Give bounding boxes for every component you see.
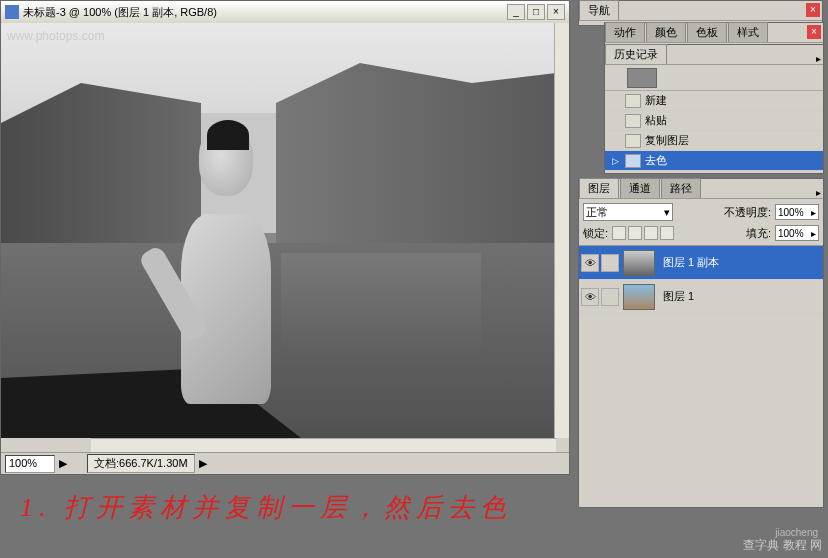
status-doc-label[interactable]: ▶	[59, 457, 67, 470]
navigator-tabs: 导航 ×	[579, 1, 822, 21]
chevron-right-icon: ▸	[811, 228, 816, 239]
tab-color[interactable]: 颜色	[646, 22, 686, 42]
document-title: 未标题-3 @ 100% (图层 1 副本, RGB/8)	[23, 5, 507, 20]
layer-row[interactable]: 👁 图层 1 副本	[579, 246, 823, 280]
chevron-right-icon: ▸	[811, 207, 816, 218]
source-watermark: 查字典 教程 网	[743, 537, 822, 554]
history-list: 新建 粘贴 复制图层 ▷ 去色	[605, 91, 823, 171]
layer-name[interactable]: 图层 1 副本	[663, 255, 719, 270]
navigator-close-button[interactable]: ×	[806, 3, 820, 17]
history-snapshot-thumb	[627, 68, 657, 88]
zoom-input[interactable]: 100%	[5, 455, 55, 473]
app-icon	[5, 5, 19, 19]
minimize-button[interactable]: _	[507, 4, 525, 20]
blend-mode-select[interactable]: 正常 ▾	[583, 203, 673, 221]
document-window: 未标题-3 @ 100% (图层 1 副本, RGB/8) _ □ × www.…	[0, 0, 570, 475]
tab-swatches[interactable]: 色板	[687, 22, 727, 42]
tab-layers[interactable]: 图层	[579, 178, 619, 198]
visibility-toggle[interactable]: 👁	[581, 288, 599, 306]
link-toggle[interactable]	[601, 254, 619, 272]
history-tab[interactable]: 历史记录	[605, 44, 667, 64]
layer-thumbnail[interactable]	[623, 284, 655, 310]
blend-mode-value: 正常	[586, 205, 608, 220]
maximize-button[interactable]: □	[527, 4, 545, 20]
history-item-label: 粘贴	[645, 113, 667, 128]
panel-menu-icon[interactable]: ▸	[816, 187, 821, 198]
tab-actions[interactable]: 动作	[605, 22, 645, 42]
lock-position-icon[interactable]	[644, 226, 658, 240]
layer-name[interactable]: 图层 1	[663, 289, 694, 304]
opacity-input[interactable]: 100% ▸	[775, 204, 819, 220]
history-item-duplicate-layer[interactable]: 复制图层	[605, 131, 823, 151]
status-arrow-icon[interactable]: ▶	[199, 457, 207, 470]
lock-pixels-icon[interactable]	[628, 226, 642, 240]
history-item-label: 新建	[645, 93, 667, 108]
layer-thumbnail[interactable]	[623, 250, 655, 276]
lock-all-icon[interactable]	[660, 226, 674, 240]
history-step-icon	[625, 114, 641, 128]
chevron-down-icon: ▾	[664, 206, 670, 219]
photo-person	[156, 128, 296, 438]
horizontal-scrollbar[interactable]	[91, 438, 556, 453]
swatches-tabs: 动作 颜色 色板 样式 ×	[605, 23, 823, 43]
history-step-icon	[625, 154, 641, 168]
visibility-toggle[interactable]: 👁	[581, 254, 599, 272]
tutorial-annotation: 1. 打开素材并复制一层，然后去色	[20, 490, 512, 525]
document-titlebar[interactable]: 未标题-3 @ 100% (图层 1 副本, RGB/8) _ □ ×	[1, 1, 569, 23]
layer-row[interactable]: 👁 图层 1	[579, 280, 823, 314]
layers-panel: 图层 通道 路径 ▸ 正常 ▾ 不透明度: 100% ▸ 锁定: 填充:	[578, 178, 824, 508]
document-size-info[interactable]: 文档:666.7K/1.30M	[87, 454, 195, 473]
history-snapshot-row[interactable]	[605, 65, 823, 91]
swatches-close-button[interactable]: ×	[807, 25, 821, 39]
history-step-icon	[625, 134, 641, 148]
layers-tabs: 图层 通道 路径 ▸	[579, 179, 823, 199]
fill-label: 填充:	[746, 226, 771, 241]
image-watermark: www.photops.com	[7, 29, 104, 43]
fill-input[interactable]: 100% ▸	[775, 225, 819, 241]
layer-list: 👁 图层 1 副本 👁 图层 1	[579, 246, 823, 314]
navigator-tab[interactable]: 导航	[579, 0, 619, 20]
window-buttons: _ □ ×	[507, 4, 565, 20]
tab-paths[interactable]: 路径	[661, 178, 701, 198]
panel-menu-icon[interactable]: ▸	[816, 53, 821, 64]
status-bar: 100% ▶ 文档:666.7K/1.30M ▶	[1, 452, 569, 474]
photo-buildings-right	[276, 53, 556, 253]
history-item-label: 去色	[645, 153, 667, 168]
history-panel: 历史记录 ▸ 新建 粘贴 复制图层 ▷ 去色	[604, 44, 824, 174]
vertical-scrollbar[interactable]	[554, 23, 569, 438]
lock-transparency-icon[interactable]	[612, 226, 626, 240]
tab-styles[interactable]: 样式	[728, 22, 768, 42]
tab-channels[interactable]: 通道	[620, 178, 660, 198]
history-item-desaturate[interactable]: ▷ 去色	[605, 151, 823, 171]
lock-label: 锁定:	[583, 226, 608, 241]
canvas-area[interactable]: www.photops.com	[1, 23, 569, 453]
history-item-new[interactable]: 新建	[605, 91, 823, 111]
close-button[interactable]: ×	[547, 4, 565, 20]
link-toggle[interactable]	[601, 288, 619, 306]
history-item-paste[interactable]: 粘贴	[605, 111, 823, 131]
lock-icon-group	[612, 226, 674, 240]
history-step-icon	[625, 94, 641, 108]
layers-options: 正常 ▾ 不透明度: 100% ▸ 锁定: 填充: 100% ▸	[579, 199, 823, 246]
history-tabs: 历史记录 ▸	[605, 45, 823, 65]
canvas-image[interactable]: www.photops.com	[1, 23, 556, 438]
opacity-label: 不透明度:	[724, 205, 771, 220]
history-item-label: 复制图层	[645, 133, 689, 148]
history-pointer: ▷	[609, 156, 621, 166]
